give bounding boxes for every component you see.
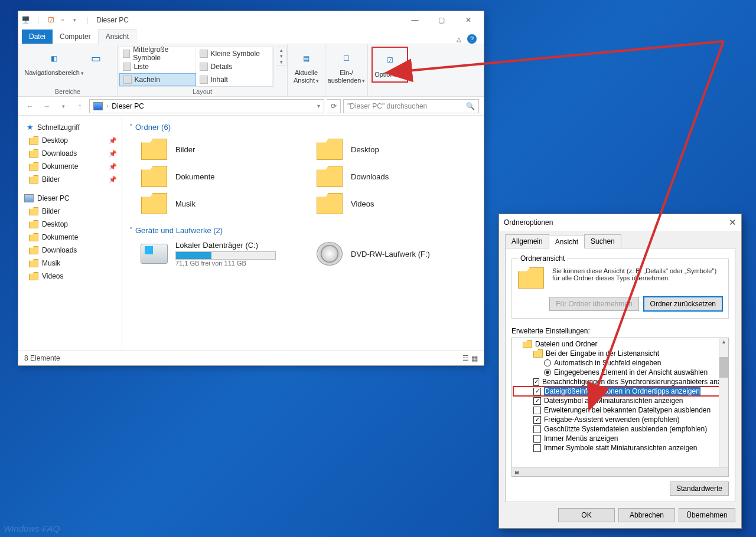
current-view-button[interactable]: ▤ Aktuelle Ansicht: [290, 47, 323, 87]
dialog-title: Ordneroptionen: [504, 218, 553, 227]
show-hide-button[interactable]: ☐ Ein-/ ausblenden: [327, 47, 366, 87]
nav-item[interactable]: Dokumente: [18, 231, 122, 244]
apply-to-folders-button[interactable]: Für Ordner übernehmen: [549, 297, 638, 311]
layout-details[interactable]: Details: [196, 60, 273, 73]
dialog-tab-search[interactable]: Suchen: [584, 234, 621, 248]
nav-quick-access[interactable]: ★Schnellzugriff: [18, 120, 122, 134]
layout-content[interactable]: Inhalt: [196, 73, 273, 86]
up-button[interactable]: ↑: [73, 99, 87, 113]
nav-item[interactable]: Musik: [18, 257, 122, 270]
layout-gallery[interactable]: Mittelgroße Symbole Kleine Symbole Liste…: [119, 47, 273, 87]
layout-medium[interactable]: Mittelgroße Symbole: [119, 47, 196, 60]
drive-tile[interactable]: Lokaler Datenträger (C:) 71,1 GB frei vo…: [140, 241, 301, 267]
view-details-icon[interactable]: ☲: [462, 354, 469, 362]
tab-view[interactable]: Ansicht: [98, 29, 136, 44]
recent-button[interactable]: ▾: [56, 99, 70, 113]
help-icon[interactable]: ?: [467, 34, 477, 44]
tree-vscrollbar[interactable]: ▴: [719, 338, 728, 467]
ok-button[interactable]: OK: [558, 508, 615, 522]
nav-item[interactable]: Downloads: [18, 244, 122, 257]
folder-tile[interactable]: Bilder: [140, 137, 301, 161]
nav-item[interactable]: Desktop📌: [18, 134, 122, 147]
tree-check-alwaysicons[interactable]: Immer Symbole statt Miniaturansichten an…: [513, 443, 727, 453]
dialog-close-button[interactable]: ✕: [729, 217, 737, 228]
tree-check-hidesys[interactable]: Geschützte Systemdateien ausblenden (emp…: [513, 424, 727, 434]
tab-file[interactable]: Datei: [22, 30, 53, 44]
tree-check-iconthumb[interactable]: ✓Dateisymbol auf Miniaturansichten anzei…: [513, 396, 727, 405]
folder-tile[interactable]: Videos: [315, 192, 477, 215]
ribbon: ◧ Navigationsbereich ▭ Bereiche Mittelgr…: [18, 44, 484, 97]
cancel-button[interactable]: Abbrechen: [618, 508, 675, 522]
qat-dropdown-icon[interactable]: ▾: [70, 15, 79, 25]
layout-gallery-scroll[interactable]: ▴▾▾: [277, 47, 286, 66]
search-placeholder: "Dieser PC" durchsuchen: [347, 102, 427, 110]
tree-check-alwaysmenu[interactable]: Immer Menüs anzeigen: [513, 434, 727, 443]
folder-tile[interactable]: Downloads: [315, 165, 477, 188]
nav-item[interactable]: Dokumente📌: [18, 160, 122, 173]
options-button[interactable]: ☑ Optionen: [373, 48, 406, 81]
tree-radio-select[interactable]: Eingegebenes Element in der Ansicht ausw…: [513, 368, 727, 377]
forward-button[interactable]: →: [40, 99, 54, 113]
folder-tile[interactable]: Dokumente: [140, 165, 301, 188]
qat-newfolder-icon[interactable]: ▫: [58, 15, 67, 25]
search-input[interactable]: "Dieser PC" durchsuchen 🔍: [343, 99, 479, 113]
advanced-settings-label: Erweiterte Einstellungen:: [511, 327, 729, 335]
nav-item[interactable]: Videos: [18, 270, 122, 283]
dialog-tabs: Allgemein Ansicht Suchen: [499, 231, 741, 248]
folder-tile[interactable]: Musik: [140, 192, 301, 215]
view-tiles-icon[interactable]: ▦: [471, 354, 478, 362]
layout-tiles[interactable]: Kacheln: [119, 73, 196, 86]
dialog-tab-general[interactable]: Allgemein: [505, 234, 549, 248]
group-drives-header[interactable]: Geräte und Laufwerke (2): [129, 224, 477, 237]
ribbon-group-panes-label: Bereiche: [22, 87, 113, 95]
tree-check-filesize[interactable]: ✓Dateigrößeinformationen in Ordnertipps …: [513, 387, 727, 396]
watermark: Windows-FAQ: [4, 523, 60, 533]
tree-typing-group: Bei der Eingabe in der Listenansicht: [513, 349, 727, 358]
advanced-settings-tree[interactable]: Dateien und Ordner Bei der Eingabe in de…: [511, 338, 729, 467]
dialog-page-view: Ordneransicht Sie können diese Ansicht (…: [505, 248, 735, 502]
ribbon-collapse-icon[interactable]: △: [457, 36, 461, 42]
nav-pane-button[interactable]: ◧ Navigationsbereich: [28, 47, 81, 79]
layout-list[interactable]: Liste: [119, 60, 196, 73]
nav-item[interactable]: Desktop: [18, 218, 122, 231]
close-button[interactable]: ✕: [455, 12, 481, 28]
tree-radio-search[interactable]: Automatisch in Suchfeld eingeben: [513, 358, 727, 368]
group-folders-header[interactable]: Ordner (6): [129, 120, 477, 134]
tree-hscrollbar[interactable]: ◂▸: [511, 467, 729, 477]
content-area[interactable]: Ordner (6) Bilder Desktop Dokumente Down…: [122, 116, 484, 350]
refresh-button[interactable]: ⟳: [327, 99, 341, 113]
preview-pane-button[interactable]: ▭: [84, 47, 108, 70]
dvd-tile[interactable]: DVD-RW-Laufwerk (F:): [315, 241, 477, 267]
restore-defaults-button[interactable]: Standardwerte: [670, 482, 729, 496]
dialog-tab-view[interactable]: Ansicht: [549, 235, 585, 248]
dialog-titlebar[interactable]: Ordneroptionen ✕: [499, 214, 741, 231]
nav-item[interactable]: Downloads📌: [18, 147, 122, 160]
tree-check-sync[interactable]: ✓Benachrichtigungen des Synchronisierung…: [513, 377, 727, 387]
show-hide-icon: ☐: [337, 49, 356, 68]
drive-usage-bar: [175, 251, 276, 260]
folder-tile[interactable]: Desktop: [315, 137, 477, 161]
maximize-button[interactable]: ▢: [428, 12, 455, 28]
status-bar: 8 Elemente ☲ ▦: [18, 350, 484, 365]
qat-properties-icon[interactable]: ☑: [46, 15, 56, 25]
tab-computer[interactable]: Computer: [53, 30, 98, 44]
reset-folders-button[interactable]: Ordner zurücksetzen: [644, 297, 722, 311]
file-explorer-window: 🖥️ | ☑ ▫ ▾ | Dieser PC — ▢ ✕ Datei Compu…: [18, 11, 484, 366]
tree-check-hideext[interactable]: Erweiterungen bei bekannten Dateitypen a…: [513, 405, 727, 415]
layout-small[interactable]: Kleine Symbole: [196, 47, 273, 60]
minimize-button[interactable]: —: [402, 12, 428, 28]
window-title: Dieser PC: [96, 16, 129, 24]
nav-item[interactable]: Bilder📌: [18, 173, 122, 186]
apply-button[interactable]: Übernehmen: [679, 508, 735, 522]
nav-pane[interactable]: ★Schnellzugriff Desktop📌 Downloads📌 Doku…: [18, 116, 122, 350]
tree-check-sharewiz[interactable]: ✓Freigabe-Assistent verwenden (empfohlen…: [513, 415, 727, 424]
drive-icon: [141, 244, 168, 264]
back-button[interactable]: ←: [23, 99, 37, 113]
address-pc-icon: [93, 102, 103, 110]
nav-this-pc[interactable]: Dieser PC: [18, 192, 122, 205]
address-bar: ← → ▾ ↑ › Dieser PC ▾ ⟳ "Dieser PC" durc…: [18, 97, 484, 116]
search-icon: 🔍: [466, 102, 475, 110]
titlebar[interactable]: 🖥️ | ☑ ▫ ▾ | Dieser PC — ▢ ✕: [18, 11, 484, 29]
nav-item[interactable]: Bilder: [18, 205, 122, 218]
address-box[interactable]: › Dieser PC ▾: [89, 99, 324, 113]
